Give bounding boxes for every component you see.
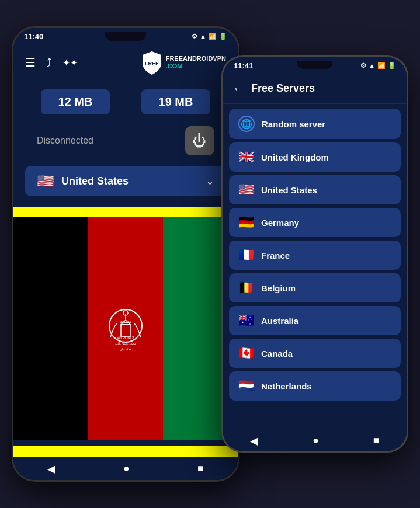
server-name-us: United States [261,185,317,195]
back-arrow[interactable]: ← [232,82,244,95]
server-list: 🌐 Random server 🇬🇧 United Kingdom 🇺🇸 Uni… [223,104,407,430]
server-item-us[interactable]: 🇺🇸 United States [229,175,401,204]
server-name-de: Germany [261,218,299,228]
svg-text:لا إله إلا الله: لا إله إلا الله [117,336,134,340]
flag-nl: 🇳🇱 [238,378,254,394]
bottom-nav-right: ◀ ● ■ [223,430,407,451]
flag-black [13,217,88,440]
server-header: ← Free Servers [223,74,407,104]
server-title: Free Servers [251,82,315,95]
battery-icon-r: 🔋 [388,62,396,69]
afghanistan-flag: مسجد لا إله إلا الله محمد رسول الله افغا… [13,217,238,440]
back-button-right[interactable]: ◀ [250,434,258,447]
server-item-random[interactable]: 🌐 Random server [229,109,401,139]
status-icons-left: ⚙ ▲ 📶 🔋 [192,33,227,40]
flag-be: 🇧🇪 [238,280,254,295]
server-item-nl[interactable]: 🇳🇱 Netherlands [229,371,401,401]
phone-right-body: ← Free Servers 🌐 Random server 🇬🇧 United… [223,74,407,451]
server-item-ca[interactable]: 🇨🇦 Canada [229,339,401,368]
back-button-left[interactable]: ◀ [47,462,55,475]
server-item-uk[interactable]: 🇬🇧 United Kingdom [229,142,401,172]
battery-icon: 🔋 [219,33,227,40]
home-button-right[interactable]: ● [313,434,319,447]
power-icon: ⏻ [193,133,207,149]
share-icon[interactable]: ⤴ [46,56,52,69]
nav-icons: ☰ ⤴ ✦✦ [25,55,78,69]
server-name-random: Random server [262,119,325,129]
server-item-de[interactable]: 🇩🇪 Germany [229,208,401,237]
status-icons-right: ⚙ ▲ 📶 🔋 [360,62,396,69]
globe-icon: 🌐 [238,116,255,132]
shield-logo: FREE [141,50,162,75]
country-left: 🇺🇸 United States [37,173,129,189]
flag-display: مسجد لا إله إلا الله محمد رسول الله افغا… [13,217,238,440]
top-yellow-bar [13,207,238,217]
flag-red: مسجد لا إله إلا الله محمد رسول الله افغا… [88,217,163,440]
recent-button-right[interactable]: ■ [373,434,380,447]
wifi-icon: ▲ [200,33,206,40]
flag-uk: 🇬🇧 [238,149,254,165]
flag-au: 🇦🇺 [238,313,254,328]
power-button[interactable]: ⏻ [185,126,214,155]
upload-value: 19 MB [159,95,193,108]
svg-rect-3 [121,325,130,336]
camera-notch-right [297,61,332,69]
svg-text:محمد رسول الله: محمد رسول الله [115,342,136,346]
server-name-fr: France [261,250,290,260]
camera-notch-left [105,32,146,41]
rate-icon[interactable]: ✦✦ [63,57,78,68]
connection-status: Disconnected [37,135,93,146]
server-item-fr[interactable]: 🇫🇷 France [229,241,401,270]
signal-icon: 📶 [209,33,217,40]
settings-icon-r: ⚙ [360,62,366,69]
menu-icon[interactable]: ☰ [25,55,36,69]
logo-area: FREE FREEANDROIDVPN .COM [141,50,226,75]
time-right: 11:41 [234,61,253,70]
connection-row: Disconnected ⏻ [13,120,238,161]
settings-icon: ⚙ [192,33,197,40]
home-button-left[interactable]: ● [123,462,130,475]
time-left: 11:40 [24,32,43,41]
flag-emblem: مسجد لا إله إلا الله محمد رسول الله افغا… [102,302,149,355]
server-item-be[interactable]: 🇧🇪 Belgium [229,273,401,302]
chevron-icon: ⌄ [206,175,214,187]
upload-stat: 19 MB [141,89,211,114]
flag-us: 🇺🇸 [238,182,254,197]
phone-right: 11:41 ⚙ ▲ 📶 🔋 ← Free Servers 🌐 Random se… [221,55,408,453]
server-item-au[interactable]: 🇦🇺 Australia [229,306,401,335]
recent-button-left[interactable]: ■ [197,462,204,475]
server-name-au: Australia [261,316,298,326]
flag-ca: 🇨🇦 [238,346,254,361]
stats-row: 12 MB 19 MB [13,81,238,117]
bottom-yellow-bar [13,446,238,457]
bottom-nav-left: ◀ ● ■ [13,457,238,480]
flag-de: 🇩🇪 [238,215,254,230]
svg-text:افغانستان: افغانستان [120,347,131,351]
server-name-ca: Canada [261,349,293,359]
server-name-be: Belgium [261,283,296,293]
wifi-icon-r: ▲ [369,62,375,69]
phone-left: 11:40 ⚙ ▲ 📶 🔋 ☰ ⤴ ✦✦ FREE FREEANDROIDVPN [12,26,239,482]
logo-text: FREEANDROIDVPN .COM [166,55,226,70]
signal-icon-r: 📶 [377,62,386,69]
download-stat: 12 MB [41,89,110,114]
svg-text:FREE: FREE [145,61,159,67]
phone-left-body: ☰ ⤴ ✦✦ FREE FREEANDROIDVPN .COM 12 MB [13,44,238,480]
country-name: United States [61,175,129,187]
download-value: 12 MB [58,95,93,108]
nav-bar: ☰ ⤴ ✦✦ FREE FREEANDROIDVPN .COM [13,44,238,81]
server-name-nl: Netherlands [261,381,312,391]
server-name-uk: United Kingdom [261,152,329,162]
country-selector[interactable]: 🇺🇸 United States ⌄ [25,166,226,196]
country-flag: 🇺🇸 [37,173,54,189]
flag-fr: 🇫🇷 [238,248,254,263]
